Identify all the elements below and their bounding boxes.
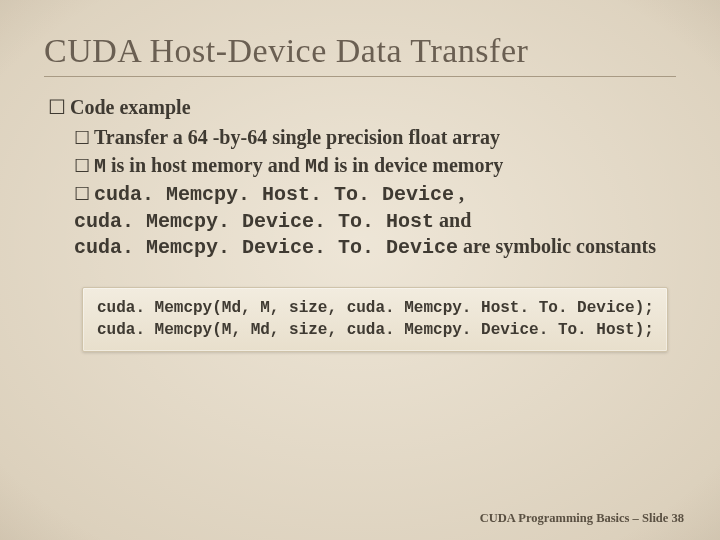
bullet-constants-tail: are symbolic constants — [458, 235, 656, 257]
sep-and: and — [434, 209, 471, 231]
bullet-lvl1: ☐Code example — [48, 95, 676, 119]
code-inline-d2h: cuda. Memcpy. Device. To. Host — [74, 210, 434, 233]
bullet-memory: ☐M is in host memory and Md is in device… — [74, 153, 676, 180]
square-bullet-icon: ☐ — [74, 127, 90, 150]
bullet-memory-tail: is in device memory — [329, 154, 503, 176]
code-block: cuda. Memcpy(Md, M, size, cuda. Memcpy. … — [82, 287, 668, 352]
bullet-transfer-text: Transfer a 64 -by-64 single precision fl… — [94, 126, 500, 148]
bullet-lvl1-text: Code example — [70, 96, 191, 118]
footer-label: CUDA Programming Basics – Slide — [480, 511, 672, 525]
code-line-1: cuda. Memcpy(Md, M, size, cuda. Memcpy. … — [97, 299, 654, 317]
slide: CUDA Host-Device Data Transfer ☐Code exa… — [0, 0, 720, 540]
square-bullet-icon: ☐ — [74, 155, 90, 178]
slide-title: CUDA Host-Device Data Transfer — [44, 32, 676, 77]
bullet-memory-mid: is in host memory and — [106, 154, 305, 176]
bullet-constants: ☐cuda. Memcpy. Host. To. Device , cuda. … — [74, 181, 676, 261]
slide-number: 38 — [672, 511, 685, 525]
code-inline-d2d: cuda. Memcpy. Device. To. Device — [74, 236, 458, 259]
bullet-lvl2-group: ☐Transfer a 64 -by-64 single precision f… — [48, 125, 676, 261]
content-area: ☐Code example ☐Transfer a 64 -by-64 sing… — [44, 95, 676, 352]
bullet-transfer: ☐Transfer a 64 -by-64 single precision f… — [74, 125, 676, 151]
code-inline-m: M — [94, 155, 106, 178]
code-inline-md: Md — [305, 155, 329, 178]
slide-footer: CUDA Programming Basics – Slide 38 — [480, 511, 684, 526]
square-bullet-icon: ☐ — [74, 183, 90, 206]
square-bullet-icon: ☐ — [48, 95, 66, 119]
code-inline-h2d: cuda. Memcpy. Host. To. Device — [94, 183, 454, 206]
sep-comma: , — [454, 182, 464, 204]
code-line-2: cuda. Memcpy(M, Md, size, cuda. Memcpy. … — [97, 321, 654, 339]
